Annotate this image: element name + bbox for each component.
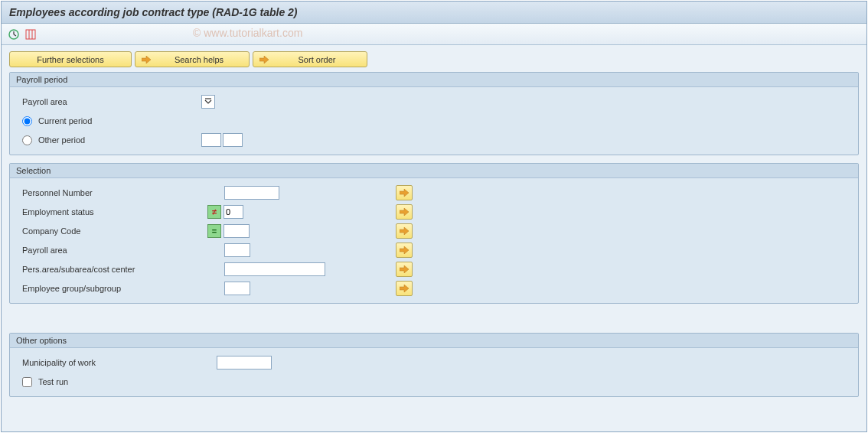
municipality-input[interactable] (217, 356, 272, 370)
arrow-right-icon (259, 56, 269, 63)
sort-order-button[interactable]: Sort order (253, 51, 367, 67)
employment-status-label: Employment status (18, 207, 201, 216)
test-run-checkbox-label[interactable]: Test run (18, 377, 201, 387)
svg-marker-7 (259, 56, 269, 63)
variant-icon[interactable] (24, 28, 37, 41)
svg-line-2 (14, 34, 16, 36)
company-code-input[interactable] (224, 224, 250, 238)
company-code-more-button[interactable] (396, 223, 413, 239)
other-period-radio[interactable] (22, 135, 32, 145)
pers-area-more-button[interactable] (396, 262, 413, 277)
not-equal-indicator[interactable]: ≠ (207, 205, 221, 219)
employment-status-more-button[interactable] (396, 204, 413, 220)
company-code-label: Company Code (18, 226, 201, 236)
other-period-radio-label[interactable]: Other period (18, 135, 201, 145)
employee-group-label: Employee group/subgroup (18, 284, 201, 293)
page-title: Employees according job contract type (R… (9, 6, 298, 18)
personnel-number-label: Personnel Number (18, 188, 201, 197)
arrow-right-icon (142, 56, 151, 63)
arrow-right-icon (400, 246, 409, 254)
municipality-label: Municipality of work (18, 358, 217, 367)
personnel-number-more-button[interactable] (396, 185, 413, 200)
current-period-radio[interactable] (22, 116, 32, 126)
equal-indicator[interactable]: = (207, 224, 221, 238)
group-title: Payroll period (10, 73, 858, 87)
arrow-right-icon (400, 208, 409, 216)
svg-marker-12 (400, 265, 409, 273)
svg-rect-3 (26, 30, 35, 39)
arrow-right-icon (400, 265, 409, 273)
personnel-number-input[interactable] (224, 186, 279, 200)
arrow-right-icon (400, 227, 409, 235)
arrow-right-icon (400, 285, 409, 292)
selection-payroll-area-label: Payroll area (18, 246, 201, 255)
payroll-period-group: Payroll period Payroll area Current peri… (9, 72, 859, 155)
current-period-radio-label[interactable]: Current period (18, 116, 201, 126)
other-period-field-2[interactable] (223, 133, 243, 147)
employee-group-input[interactable] (224, 282, 250, 295)
toolbar: © www.tutorialkart.com (2, 24, 866, 45)
employment-status-input[interactable] (224, 205, 243, 219)
selection-payroll-area-more-button[interactable] (396, 243, 413, 258)
svg-marker-10 (400, 227, 409, 235)
action-button-row: Further selections Search helps Sort ord… (9, 51, 859, 67)
svg-marker-9 (400, 208, 409, 216)
pers-area-label: Pers.area/subarea/cost center (18, 265, 201, 274)
svg-marker-11 (400, 246, 409, 254)
payroll-area-label: Payroll area (18, 97, 201, 106)
employee-group-more-button[interactable] (396, 281, 413, 296)
title-bar: Employees according job contract type (R… (2, 2, 866, 24)
group-title: Other options (10, 334, 858, 348)
group-title: Selection (10, 164, 858, 178)
svg-marker-8 (400, 189, 409, 197)
selection-payroll-area-input[interactable] (224, 243, 250, 257)
execute-icon[interactable] (8, 28, 20, 41)
further-selections-button[interactable]: Further selections (9, 51, 132, 67)
arrow-right-icon (400, 189, 409, 197)
svg-marker-13 (400, 285, 409, 292)
pers-area-input[interactable] (224, 262, 325, 276)
selection-group: Selection Personnel Number Employment st… (9, 163, 859, 304)
other-period-field-1[interactable] (201, 133, 221, 147)
payroll-area-dropdown[interactable] (201, 95, 215, 109)
test-run-checkbox[interactable] (22, 377, 32, 387)
watermark: © www.tutorialkart.com (193, 27, 302, 39)
other-options-group: Other options Municipality of work Test … (9, 333, 859, 397)
svg-marker-6 (142, 56, 151, 63)
search-helps-button[interactable]: Search helps (135, 51, 250, 67)
